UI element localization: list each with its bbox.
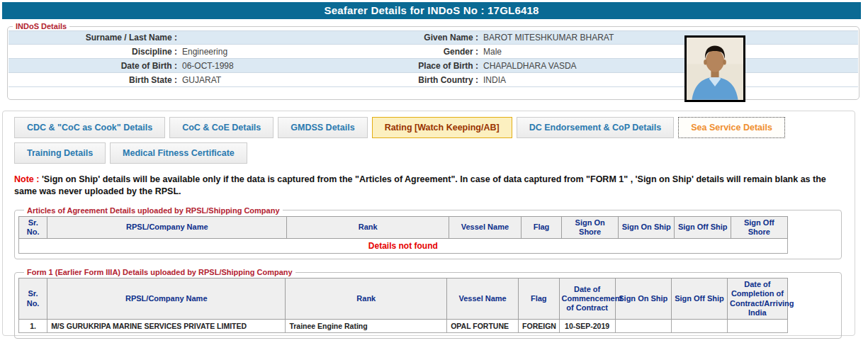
form1-cell-vessel: OPAL FORTUNE	[447, 319, 519, 332]
form1-cell-company: M/S GURUKRIPA MARINE SERVICES PRIVATE LI…	[47, 319, 286, 332]
date-of-birth-value: 06-OCT-1998	[182, 61, 416, 71]
surname-label: Surname / Last Name :	[9, 33, 182, 43]
aoa-col-sr-no: Sr. No.	[19, 216, 47, 238]
details-not-found-message: Details not found	[19, 239, 788, 254]
aoa-col-vessel: Vessel Name	[449, 216, 521, 238]
form1-col-sr-no: Sr. No.	[19, 279, 47, 320]
form1-cell-flag: FOREIGN	[519, 319, 559, 332]
aoa-col-sign-off-ship: Sign Off Ship	[675, 216, 731, 238]
aoa-col-company: RPSL/Company Name	[47, 216, 287, 238]
birth-country-label: Birth Country :	[416, 75, 483, 85]
tab-cdc-coc-as-cook[interactable]: CDC & "CoC as Cook" Details	[14, 117, 165, 138]
gender-label: Gender :	[416, 47, 483, 57]
form1-data-row: 1. M/S GURUKRIPA MARINE SERVICES PRIVATE…	[19, 319, 788, 332]
form1-cell-rank: Trainee Engine Rating	[286, 319, 447, 332]
form1-table: Sr. No. RPSL/Company Name Rank Vessel Na…	[18, 278, 788, 333]
tab-sea-service-details[interactable]: Sea Service Details	[678, 117, 785, 138]
tab-strip: CDC & "CoC as Cook" Details CoC & CoE De…	[14, 117, 845, 164]
tab-gmdss[interactable]: GMDSS Details	[278, 117, 367, 138]
aoa-col-sign-off-shore: Sign Off Shore	[731, 216, 788, 238]
tab-rating-watch-keeping[interactable]: Rating [Watch Keeping/AB]	[372, 117, 512, 138]
birth-country-value: INDIA	[483, 75, 858, 85]
form1-col-date-completion: Date of Completion of Contract/Arriving …	[728, 279, 788, 320]
given-name-value: BAROT MITESHKUMAR BHARAT	[483, 33, 858, 43]
aoa-empty-row: Details not found	[19, 239, 788, 254]
form1-col-sign-off-ship: Sign Off Ship	[671, 279, 727, 320]
gender-value: Male	[483, 47, 858, 57]
seafarer-photo	[684, 35, 745, 102]
form1-header-row: Sr. No. RPSL/Company Name Rank Vessel Na…	[19, 279, 788, 320]
page-title: Seafarer Details for INDoS No : 17GL6418	[2, 2, 861, 19]
form1-col-company: RPSL/Company Name	[47, 279, 286, 320]
date-of-birth-label: Date of Birth :	[9, 61, 182, 71]
discipline-value: Engineering	[182, 47, 416, 57]
given-name-label: Given Name :	[416, 33, 483, 43]
form1-cell-sign-on-ship	[615, 319, 671, 332]
form1-col-date-commencement: Date of Commencement of Contract	[559, 279, 615, 320]
form1-cell-date-completion	[728, 319, 788, 332]
form1-cell-sign-off-ship	[671, 319, 727, 332]
tab-medical-fitness[interactable]: Medical Fitness Certificate	[110, 142, 247, 164]
form1-col-rank: Rank	[286, 279, 447, 320]
form1-cell-sr: 1.	[19, 319, 47, 332]
form1-cell-date-commencement: 10-SEP-2019	[559, 319, 615, 332]
discipline-label: Discipline :	[9, 47, 182, 57]
sign-on-ship-note: Note : 'Sign on Ship' details will be av…	[14, 174, 840, 198]
note-label: Note :	[14, 174, 39, 184]
aoa-header-row: Sr. No. RPSL/Company Name Rank Vessel Na…	[19, 216, 788, 238]
form1-legend: Form 1 (Earlier Form IIIA) Details uploa…	[24, 268, 295, 276]
indos-details-section: INDoS Details Surname / Last Name : Give…	[7, 22, 859, 100]
birth-state-label: Birth State :	[9, 75, 182, 85]
note-text: 'Sign on Ship' details will be available…	[14, 174, 826, 196]
articles-of-agreement-section: Articles of Agreement Details uploaded b…	[14, 206, 842, 259]
form1-col-flag: Flag	[519, 279, 559, 320]
aoa-col-sign-on-shore: Sign On Shore	[562, 216, 619, 238]
indos-details-legend: INDoS Details	[13, 22, 69, 30]
form1-section: Form 1 (Earlier Form IIIA) Details uploa…	[14, 268, 842, 339]
articles-of-agreement-legend: Articles of Agreement Details uploaded b…	[24, 206, 283, 215]
tab-dc-endorsement-cop[interactable]: DC Endorsement & CoP Details	[517, 117, 675, 138]
place-of-birth-value: CHAPALDHARA VASDA	[483, 61, 858, 71]
seafarer-tab-panel: CDC & "CoC as Cook" Details CoC & CoE De…	[2, 111, 855, 336]
tab-training-details[interactable]: Training Details	[14, 142, 106, 164]
birth-state-value: GUJARAT	[182, 75, 416, 85]
tab-coc-coe[interactable]: CoC & CoE Details	[169, 117, 274, 138]
form1-col-vessel: Vessel Name	[447, 279, 519, 320]
aoa-col-rank: Rank	[287, 216, 449, 238]
form1-col-sign-on-ship: Sign On Ship	[615, 279, 671, 320]
articles-of-agreement-table: Sr. No. RPSL/Company Name Rank Vessel Na…	[18, 216, 788, 254]
place-of-birth-label: Place of Birth :	[416, 61, 483, 71]
aoa-col-sign-on-ship: Sign On Ship	[618, 216, 675, 238]
seafarer-photo-illustration	[687, 38, 743, 100]
aoa-col-flag: Flag	[521, 216, 562, 238]
